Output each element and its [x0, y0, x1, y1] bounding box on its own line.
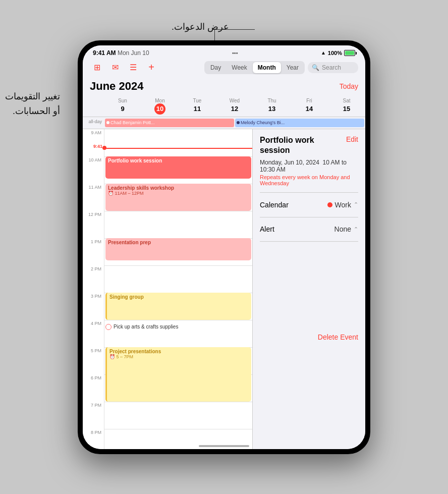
current-time-label: 9:41 — [83, 144, 102, 149]
annotation-line-invite — [214, 29, 255, 30]
calendar-header: June 2024 Today — [83, 78, 365, 96]
home-indicator — [199, 445, 249, 447]
day-header-thu[interactable]: Thu 13 — [253, 96, 291, 117]
time-10am: 10 AM — [83, 156, 104, 184]
delete-event-button[interactable]: Delete Event — [318, 333, 358, 341]
current-time-dot — [102, 146, 106, 150]
time-5pm: 5 PM — [83, 347, 104, 374]
current-time-line: 9:41 — [104, 148, 252, 149]
time-2pm: 2 PM — [83, 265, 104, 293]
day-header-tue[interactable]: Tue 11 — [179, 96, 216, 117]
add-event-button[interactable]: + — [144, 61, 158, 75]
time-4pm: 4 PM — [83, 320, 104, 347]
delete-row: Delete Event — [260, 333, 358, 342]
alert-value: None ⌃ — [334, 225, 358, 233]
edit-button[interactable]: Edit — [346, 135, 358, 143]
allday-event-melody[interactable]: Melody Cheung's Bi... — [235, 119, 364, 127]
time-1pm: 1 PM — [83, 238, 104, 265]
time-11am: 11 AM — [83, 184, 104, 211]
search-placeholder: Search — [322, 64, 341, 71]
list-icon[interactable]: ☰ — [126, 61, 140, 75]
time-grid: 9 AM 10 AM 11 AM 12 PM 1 PM 2 PM 3 PM 4 … — [83, 129, 252, 449]
status-bar: 9:41 AM Mon Jun 10 ••• ▲ 100% — [83, 45, 365, 59]
battery-fill — [345, 51, 354, 55]
calendar-value: Work ⌃ — [327, 201, 358, 209]
calendar-chevron: ⌃ — [354, 201, 358, 208]
day-grid-col-mon: 9:41 Portfolio work session Leadership s… — [104, 129, 252, 449]
hour-line-12 — [104, 211, 252, 211]
view-day-button[interactable]: Day — [205, 62, 226, 73]
hour-line-8 — [104, 429, 252, 429]
calendar-label: Calendar — [260, 201, 289, 209]
time-9am: 9 AM — [83, 129, 104, 156]
battery-icon — [344, 50, 355, 56]
battery-label: 100% — [328, 50, 342, 56]
detail-event-title: Portfolio work session — [260, 135, 342, 156]
status-indicators: ▲ 100% — [321, 50, 355, 56]
time-6pm: 6 PM — [83, 374, 104, 402]
status-time: 9:41 AM Mon Jun 10 — [93, 49, 149, 57]
divider-3 — [260, 241, 358, 242]
event-leadership[interactable]: Leadership skills workshop ⏰ 11AM – 12PM — [105, 184, 251, 211]
day-header-mon[interactable]: Mon 10 — [141, 96, 179, 117]
alert-chevron: ⌃ — [354, 226, 358, 233]
event-pickup-task[interactable]: Pick up arts & crafts supplies — [105, 320, 251, 334]
detail-date: Monday, Jun 10, 2024 10 AM to 10:30 AM — [260, 159, 358, 173]
day-header-wed[interactable]: Wed 12 — [216, 96, 253, 117]
day-header-sat[interactable]: Sat 15 — [328, 96, 365, 117]
day-header-fri[interactable]: Fri 14 — [291, 96, 328, 117]
device: 9:41 AM Mon Jun 10 ••• ▲ 100% ⊞ ✉ ☰ + — [78, 40, 370, 454]
search-icon: 🔍 — [312, 64, 319, 71]
day-header-row: Sun 9 Mon 10 Tue 11 Wed 12 Thu 13 — [83, 96, 365, 117]
annotation-invite: عرض الدعوات. — [172, 21, 229, 32]
search-bar[interactable]: 🔍 Search — [308, 62, 358, 73]
allday-label: all-day — [83, 117, 104, 129]
inbox-icon[interactable]: ✉ — [108, 61, 122, 75]
detail-panel: Portfolio work session Edit Monday, Jun … — [252, 129, 365, 449]
time-3pm: 3 PM — [83, 293, 104, 320]
detail-calendar-row[interactable]: Calendar Work ⌃ — [260, 197, 358, 213]
toolbar: ⊞ ✉ ☰ + Day Week Month Year 🔍 Search — [83, 59, 365, 78]
allday-dot — [106, 121, 109, 124]
detail-repeat: Repeats every week on Monday and Wednesd… — [260, 174, 358, 186]
wifi-icon: ▲ — [321, 50, 326, 56]
calendar-title: June 2024 — [90, 80, 143, 93]
calendar-scroll[interactable]: 9 AM 10 AM 11 AM 12 PM 1 PM 2 PM 3 PM 4 … — [83, 129, 252, 449]
alert-label: Alert — [260, 225, 274, 233]
today-button[interactable]: Today — [340, 82, 358, 90]
task-circle — [105, 324, 111, 330]
calendar-color-dot — [327, 202, 332, 207]
event-singing[interactable]: Singing group — [105, 293, 251, 320]
view-switcher: Day Week Month Year — [204, 61, 305, 74]
calendar-grid-icon[interactable]: ⊞ — [90, 61, 104, 75]
time-7pm: 7 PM — [83, 402, 104, 429]
hour-line-2 — [104, 265, 252, 266]
hour-line-7 — [104, 402, 252, 402]
annotation-change: تغيير التقويمات أو الحسابات. — [5, 75, 60, 118]
detail-header: Portfolio work session Edit — [260, 135, 358, 156]
time-col-header — [83, 96, 104, 117]
allday-event-chad[interactable]: Chad Benjamin Pott... — [105, 119, 234, 127]
status-dots: ••• — [232, 50, 238, 56]
time-labels: 9 AM 10 AM 11 AM 12 PM 1 PM 2 PM 3 PM 4 … — [83, 129, 104, 449]
day-header-sun[interactable]: Sun 9 — [104, 96, 141, 117]
main-content: 9 AM 10 AM 11 AM 12 PM 1 PM 2 PM 3 PM 4 … — [83, 129, 365, 449]
allday-row: all-day Chad Benjamin Pott... Melody Che… — [83, 117, 365, 129]
divider-2 — [260, 217, 358, 217]
detail-alert-row[interactable]: Alert None ⌃ — [260, 221, 358, 237]
time-8pm: 8 PM — [83, 429, 104, 449]
view-month-button[interactable]: Month — [253, 62, 281, 73]
event-presentation[interactable]: Presentation prep — [105, 238, 251, 260]
time-12pm: 12 PM — [83, 211, 104, 238]
event-portfolio[interactable]: Portfolio work session — [105, 156, 251, 179]
day-columns-header: Sun 9 Mon 10 Tue 11 Wed 12 Thu 13 — [104, 96, 365, 117]
allday-events: Chad Benjamin Pott... Melody Cheung's Bi… — [104, 117, 365, 129]
event-project[interactable]: Project presentations ⏰ 5 – 7PM — [105, 347, 251, 402]
divider-1 — [260, 192, 358, 193]
view-year-button[interactable]: Year — [282, 62, 304, 73]
allday-dot-2 — [237, 121, 240, 124]
view-week-button[interactable]: Week — [227, 62, 252, 73]
toolbar-icons: ⊞ ✉ ☰ + — [90, 61, 158, 75]
screen: 9:41 AM Mon Jun 10 ••• ▲ 100% ⊞ ✉ ☰ + — [83, 45, 365, 449]
